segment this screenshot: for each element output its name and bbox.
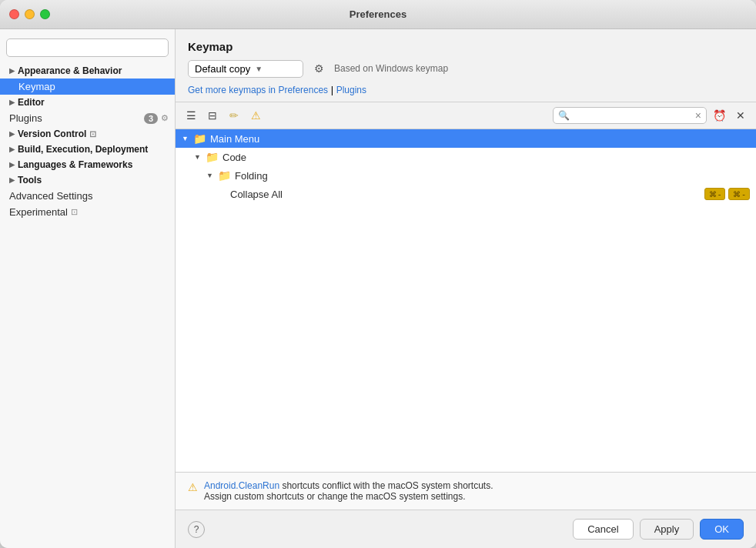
chevron-icon: ▶ xyxy=(9,145,15,153)
keymap-search-wrapper: 🔍 × xyxy=(553,107,707,124)
experimental-icon: ⊡ xyxy=(71,207,78,217)
apply-button[interactable]: Apply xyxy=(640,519,694,540)
sidebar-item-label: Advanced Settings xyxy=(9,190,92,202)
sidebar-item-build[interactable]: ▶ Build, Execution, Deployment xyxy=(0,142,175,157)
preferences-window: Preferences 🔍 ▶ Appearance & Behavior Ke… xyxy=(0,0,756,548)
tree-row-code[interactable]: ▼ 📁 Code xyxy=(176,148,756,166)
restore-button[interactable]: ⏰ xyxy=(710,107,728,124)
sidebar-item-label: Version Control xyxy=(18,129,86,139)
chevron-icon: ▶ xyxy=(9,99,15,106)
shortcut-badge-1: ⌘ - xyxy=(704,188,726,200)
sidebar-item-label: Appearance & Behavior xyxy=(18,65,122,76)
chevron-icon: ▶ xyxy=(9,161,15,169)
sidebar-item-label: Languages & Frameworks xyxy=(18,159,132,170)
tree-item-label: Main Menu xyxy=(210,133,259,145)
link-separator: | xyxy=(328,84,336,95)
ok-button[interactable]: OK xyxy=(700,519,744,540)
key-icon: ⌘ xyxy=(709,190,717,199)
help-button[interactable]: ? xyxy=(188,521,205,538)
sidebar-item-label: Editor xyxy=(18,97,45,108)
warning-text-part2: Assign custom shortcuts or change the ma… xyxy=(204,491,465,502)
close-search-button[interactable]: ✕ xyxy=(731,107,750,124)
warning-link[interactable]: Android.CleanRun xyxy=(204,480,279,491)
cancel-button[interactable]: Cancel xyxy=(573,519,633,540)
sidebar-item-label: Keymap xyxy=(18,81,55,92)
key-icon: ⌘ xyxy=(733,190,741,199)
keymap-links: Get more keymaps in Preferences | Plugin… xyxy=(188,84,744,95)
minimize-button[interactable] xyxy=(25,9,35,19)
keymap-tree: ▼ 📁 Main Menu ▼ 📁 Code ▼ 📁 Folding xyxy=(176,129,756,472)
sidebar-item-label: Experimental xyxy=(9,206,68,218)
plugins-link[interactable]: Plugins xyxy=(336,85,366,95)
search-wrapper: 🔍 xyxy=(6,38,169,57)
keymap-search-input[interactable] xyxy=(573,110,692,121)
edit-shortcut-button[interactable]: ✏ xyxy=(225,107,243,124)
based-on-text: Based on Windows keymap xyxy=(334,63,448,74)
chevron-icon: ▶ xyxy=(9,130,15,138)
sidebar-item-tools[interactable]: ▶ Tools xyxy=(0,172,175,188)
tree-row-main-menu[interactable]: ▼ 📁 Main Menu xyxy=(176,129,756,148)
key-label: - xyxy=(742,189,745,199)
traffic-lights xyxy=(9,9,50,19)
chevron-icon: ▼ xyxy=(206,172,216,179)
panel-title: Keymap xyxy=(188,40,744,53)
dropdown-arrow-icon: ▼ xyxy=(255,65,263,73)
keymap-dropdown[interactable]: Default copy ▼ xyxy=(188,60,303,78)
tree-item-label: Code xyxy=(222,152,246,163)
chevron-icon: ▶ xyxy=(9,67,15,75)
gear-button[interactable]: ⚙ xyxy=(309,59,328,78)
sidebar-item-appearance[interactable]: ▶ Appearance & Behavior xyxy=(0,63,175,79)
sidebar-item-advanced[interactable]: Advanced Settings xyxy=(0,188,175,204)
vcs-icon: ⊡ xyxy=(89,129,96,139)
sidebar-item-languages[interactable]: ▶ Languages & Frameworks xyxy=(0,157,175,172)
keymap-toolbar: ☰ ⊟ ✏ ⚠ 🔍 × ⏰ ✕ xyxy=(176,102,756,129)
search-close-icon[interactable]: × xyxy=(695,109,701,122)
shortcut-badge-2: ⌘ - xyxy=(728,188,750,200)
warning-filter-button[interactable]: ⚠ xyxy=(246,107,265,124)
folder-icon: 📁 xyxy=(218,169,231,182)
help-icon: ? xyxy=(194,524,199,535)
chevron-icon: ▶ xyxy=(9,176,15,184)
badge-settings-icon: ⚙ xyxy=(161,113,169,123)
chevron-icon: ▼ xyxy=(182,135,191,142)
warning-text: Android.CleanRun shortcuts conflict with… xyxy=(204,480,493,502)
main-content: 🔍 ▶ Appearance & Behavior Keymap ▶ Edito… xyxy=(0,29,756,548)
folder-icon: 📁 xyxy=(206,151,219,163)
sidebar-search-input[interactable] xyxy=(6,38,169,57)
plugins-badge: 3 xyxy=(144,113,158,124)
folder-icon: 📁 xyxy=(193,132,206,145)
window-title: Preferences xyxy=(350,8,406,20)
sidebar-item-experimental[interactable]: Experimental ⊡ xyxy=(0,204,175,220)
panel-header: Keymap Default copy ▼ ⚙ Based on Windows… xyxy=(176,29,756,102)
shortcut-badges: ⌘ - ⌘ - xyxy=(704,188,750,200)
close-button[interactable] xyxy=(9,9,19,19)
warning-bar: ⚠ Android.CleanRun shortcuts conflict wi… xyxy=(176,472,756,510)
sidebar-item-label: Build, Execution, Deployment xyxy=(18,144,148,155)
sidebar-item-label: Plugins xyxy=(9,112,42,124)
toolbar-search-icon: 🔍 xyxy=(558,110,570,121)
keymap-controls: Default copy ▼ ⚙ Based on Windows keymap xyxy=(188,59,744,78)
preferences-link[interactable]: Get more keymaps in Preferences xyxy=(188,85,328,95)
expand-all-button[interactable]: ☰ xyxy=(182,107,200,124)
tree-item-label: Collapse All xyxy=(230,189,283,200)
maximize-button[interactable] xyxy=(40,9,50,19)
tree-row-collapse-all[interactable]: Collapse All ⌘ - ⌘ - xyxy=(176,185,756,203)
tree-item-label: Folding xyxy=(235,170,268,182)
key-label: - xyxy=(718,189,721,199)
warning-text-part1: shortcuts conflict with the macOS system… xyxy=(279,480,493,491)
titlebar: Preferences xyxy=(0,0,756,29)
bottom-actions: Cancel Apply OK xyxy=(573,519,744,540)
sidebar-item-plugins[interactable]: Plugins 3 ⚙ xyxy=(0,110,175,126)
tree-row-folding[interactable]: ▼ 📁 Folding xyxy=(176,166,756,185)
bottom-bar: ? Cancel Apply OK xyxy=(176,510,756,548)
collapse-all-button[interactable]: ⊟ xyxy=(203,107,222,124)
search-container: 🔍 xyxy=(0,35,175,63)
keymap-value: Default copy xyxy=(195,63,250,75)
sidebar-item-version-control[interactable]: ▶ Version Control ⊡ xyxy=(0,126,175,142)
sidebar-item-keymap[interactable]: Keymap xyxy=(0,79,175,95)
chevron-icon: ▼ xyxy=(194,153,203,161)
sidebar-item-editor[interactable]: ▶ Editor xyxy=(0,95,175,110)
sidebar: 🔍 ▶ Appearance & Behavior Keymap ▶ Edito… xyxy=(0,29,176,548)
sidebar-item-label: Tools xyxy=(18,175,42,185)
warning-icon: ⚠ xyxy=(188,481,198,493)
